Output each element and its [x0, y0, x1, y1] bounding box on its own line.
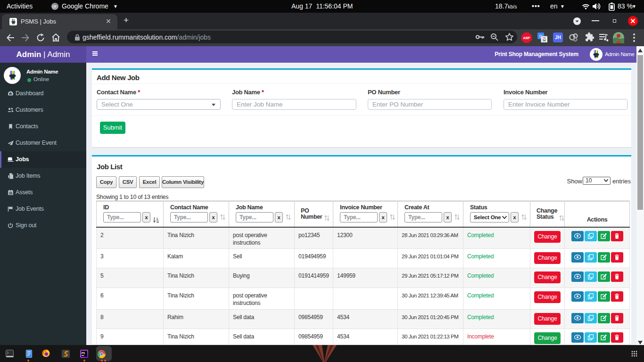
svg-text:PS: PS — [82, 352, 85, 354]
svg-text:ABP: ABP — [523, 36, 530, 40]
